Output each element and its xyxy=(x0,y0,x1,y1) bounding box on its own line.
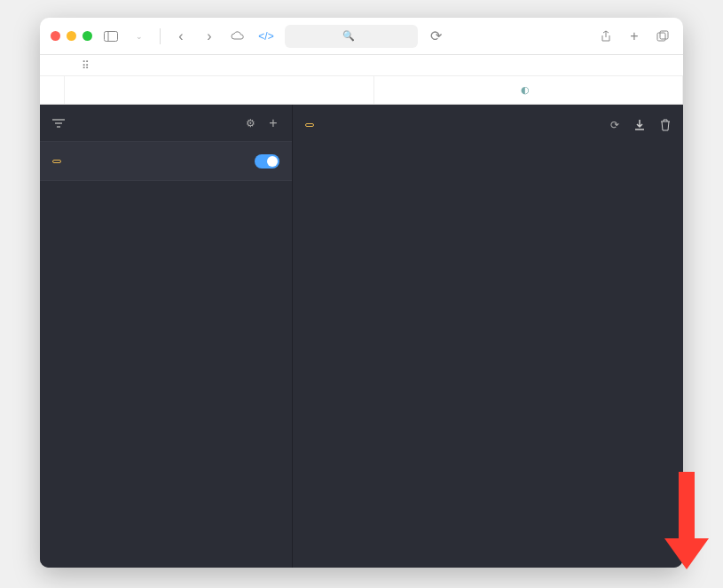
url-bar[interactable]: 🔍 xyxy=(285,25,418,48)
tab-strip: ◐ xyxy=(40,76,683,105)
svg-rect-2 xyxy=(657,33,665,41)
code-editor[interactable] xyxy=(293,145,683,568)
tab-userscripts[interactable]: ◐ xyxy=(374,76,684,104)
zoom-window-button[interactable] xyxy=(83,31,92,41)
editor-header: ⟳ xyxy=(293,105,683,145)
sidebar-footer xyxy=(40,550,292,568)
reload-icon[interactable]: ⟳ xyxy=(427,27,446,46)
share-icon[interactable] xyxy=(596,27,616,46)
apps-icon[interactable]: ⠿ xyxy=(75,56,95,75)
js-badge xyxy=(305,123,314,127)
cloud-icon[interactable] xyxy=(228,27,248,46)
sidebar-toggle-icon[interactable] xyxy=(101,27,121,46)
browser-window: ⌄ ‹ › </> 🔍 ⟳ + ⠿ ◐ xyxy=(40,18,683,568)
js-badge xyxy=(52,160,61,163)
svg-rect-0 xyxy=(105,31,118,41)
minimize-window-button[interactable] xyxy=(67,31,76,41)
back-icon[interactable]: ‹ xyxy=(171,27,191,46)
code-icon[interactable]: </> xyxy=(256,27,276,46)
search-icon: 🔍 xyxy=(342,30,355,42)
enable-toggle[interactable] xyxy=(255,154,279,169)
tab-yandex[interactable] xyxy=(40,76,65,104)
chevron-down-icon[interactable]: ⌄ xyxy=(130,27,149,46)
traffic-lights xyxy=(51,31,92,41)
script-list-item[interactable] xyxy=(40,142,292,181)
add-icon[interactable]: + xyxy=(265,115,281,131)
refresh-icon[interactable]: ⟳ xyxy=(610,119,619,131)
editor-pane: ⟳ xyxy=(293,105,683,568)
svg-rect-3 xyxy=(660,31,668,39)
search-input[interactable] xyxy=(74,117,235,129)
userscripts-app: ⚙ + ⟳ xyxy=(40,105,683,568)
tab-google[interactable] xyxy=(65,76,374,104)
new-tab-icon[interactable]: + xyxy=(625,27,644,46)
sidebar-toolbar: ⚙ + xyxy=(40,105,292,142)
gear-icon[interactable]: ⚙ xyxy=(242,115,258,131)
bookmarks-bar: ⠿ xyxy=(40,55,683,76)
trash-icon[interactable] xyxy=(660,119,671,131)
sidebar: ⚙ + xyxy=(40,105,293,568)
close-window-button[interactable] xyxy=(51,31,60,41)
tabs-overview-icon[interactable] xyxy=(653,27,672,46)
filter-icon[interactable] xyxy=(51,115,67,131)
userscripts-icon: ◐ xyxy=(521,84,530,96)
forward-icon[interactable]: › xyxy=(200,27,219,46)
titlebar: ⌄ ‹ › </> 🔍 ⟳ + xyxy=(40,18,683,55)
download-icon[interactable] xyxy=(633,119,646,131)
